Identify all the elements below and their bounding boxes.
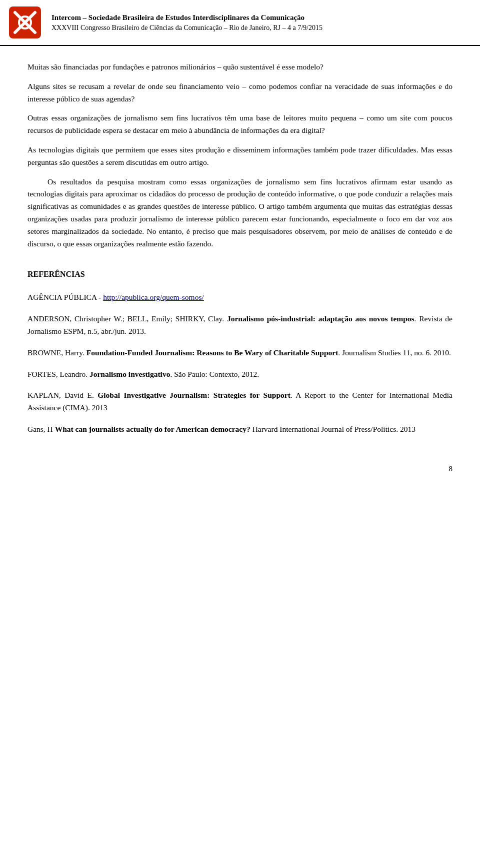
references-heading: REFERÊNCIAS — [28, 270, 452, 279]
ref-browne-after: . Journalism Studies 11, no. 6. 2010. — [338, 348, 450, 357]
ref-browne-normal: BROWNE, Harry. — [28, 348, 86, 357]
reference-browne: BROWNE, Harry. Foundation-Funded Journal… — [28, 347, 452, 359]
ref-gans-after: Harvard International Journal of Press/P… — [250, 425, 416, 433]
main-content: Muitas são financiadas por fundações e p… — [0, 46, 480, 460]
header-text: Intercom – Sociedade Brasileira de Estud… — [52, 12, 470, 33]
ref-fortes-after: . São Paulo: Contexto, 2012. — [170, 370, 259, 378]
page: INTERCOM Intercom – Sociedade Brasileira… — [0, 0, 480, 478]
intercom-logo: INTERCOM — [8, 5, 42, 40]
ref-fortes-normal: FORTES, Leandro. — [28, 370, 90, 378]
page-number: 8 — [0, 460, 480, 478]
ref-agencia-link[interactable]: http://apublica.org/quem-somos/ — [103, 293, 204, 301]
ref-fortes-bold: Jornalismo investigativo — [90, 370, 170, 378]
header: INTERCOM Intercom – Sociedade Brasileira… — [0, 0, 480, 46]
ref-gans-bold: What can journalists actually do for Ame… — [55, 425, 250, 433]
ref-anderson-bold: Jornalismo pós-industrial: adaptação aos… — [227, 314, 414, 323]
reference-kaplan: KAPLAN, David E. Global Investigative Jo… — [28, 389, 452, 414]
paragraph-5: Os resultados da pesquisa mostram como e… — [28, 176, 452, 250]
paragraph-2: Alguns sites se recusam a revelar de ond… — [28, 80, 452, 105]
ref-agencia-label: AGÊNCIA PÚBLICA - — [28, 293, 103, 301]
ref-anderson-normal: ANDERSON, Christopher W.; BELL, Emily; S… — [28, 314, 227, 323]
reference-fortes: FORTES, Leandro. Jornalismo investigativ… — [28, 368, 452, 381]
org-name: Intercom – Sociedade Brasileira de Estud… — [52, 12, 470, 23]
reference-gans: Gans, H What can journalists actually do… — [28, 423, 452, 436]
ref-browne-bold: Foundation-Funded Journalism: Reasons to… — [86, 348, 338, 357]
paragraph-3: Outras essas organizações de jornalismo … — [28, 112, 452, 137]
svg-text:INTERCOM: INTERCOM — [14, 35, 36, 38]
event-name: XXXVIII Congresso Brasileiro de Ciências… — [52, 23, 470, 33]
ref-kaplan-normal: KAPLAN, David E. — [28, 391, 98, 399]
reference-agencia: AGÊNCIA PÚBLICA - http://apublica.org/qu… — [28, 291, 452, 304]
paragraph-1: Muitas são financiadas por fundações e p… — [28, 61, 452, 73]
ref-gans-normal: Gans, H — [28, 425, 55, 433]
reference-anderson: ANDERSON, Christopher W.; BELL, Emily; S… — [28, 313, 452, 338]
ref-kaplan-bold: Global Investigative Journalism: Strateg… — [98, 391, 290, 399]
paragraph-4: As tecnologias digitais que permitem que… — [28, 144, 452, 169]
